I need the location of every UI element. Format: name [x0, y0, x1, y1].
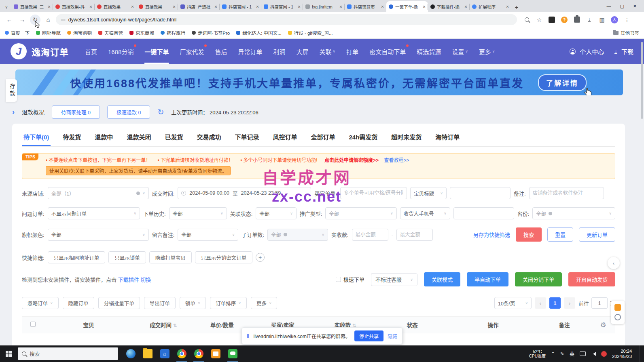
province-select[interactable]: 全部 ∨ [532, 207, 615, 219]
current-page-button[interactable]: 1 [549, 297, 561, 309]
address-bar[interactable]: ≡≡ dywebs.1tsoft.com/douyin-web/pages/tr… [56, 14, 517, 25]
column-settings-gear-icon[interactable]: ⚙ [600, 321, 606, 329]
promo-banner[interactable]: 快使用1688代发推单吧！支持手机大单量推单，专属私密价，无需解密平台面单直发 … [15, 69, 623, 95]
tab-close-icon[interactable]: × [131, 4, 134, 10]
export-orders-button[interactable]: 导出订单 [144, 297, 176, 309]
nav-item-print[interactable]: 打单 [346, 39, 358, 64]
new-tab-button[interactable]: + [511, 2, 522, 12]
widget-top-icon[interactable] [614, 304, 621, 311]
taskbar-app-chrome[interactable] [173, 345, 190, 362]
tampermonkey-extension-icon[interactable] [548, 16, 556, 24]
reload-button[interactable]: ↻ [30, 15, 40, 25]
tab-close-icon[interactable]: × [214, 4, 217, 10]
tab-close-icon[interactable]: × [423, 4, 426, 10]
show-desktop-button[interactable] [640, 345, 642, 362]
status-tab-risk-orders[interactable]: 风控订单 [273, 133, 297, 146]
tab-close-icon[interactable]: × [464, 4, 467, 10]
nav-item-selected-supply[interactable]: 精选货源 [417, 39, 441, 64]
quick-filter-hide-printed[interactable]: 隐藏打单宝贝 [149, 251, 192, 263]
semi-auto-order-button[interactable]: 半自动下单 [467, 272, 508, 286]
browser-tab[interactable]: fxg.jinritem × [303, 1, 345, 12]
bookmark-item[interactable]: 携程旅行 [161, 29, 185, 36]
column-deal-time[interactable]: 成交时间 ⇅ [133, 321, 194, 329]
taskbar-app-orange[interactable] [207, 345, 224, 362]
window-close-button[interactable]: ✕ [633, 4, 637, 9]
download-link[interactable]: ↓ 下载 [614, 39, 633, 64]
source-store-select[interactable]: 全部（1） ∨ [48, 187, 149, 199]
display-icon[interactable] [580, 351, 586, 356]
nav-item-one-click-order[interactable]: 一键下单 [144, 39, 169, 64]
page-size-select[interactable]: 10条/页∨ [494, 297, 532, 309]
bookmark-item[interactable]: 淘宝购物 [67, 29, 92, 36]
bookmark-item[interactable]: 天猫直营 [98, 29, 123, 36]
goto-page-input[interactable] [591, 297, 608, 309]
start-button[interactable] [0, 345, 18, 362]
next-page-button[interactable]: › [564, 297, 575, 309]
nav-item-cipher-auto-order[interactable]: 密文自动下单 [369, 39, 406, 64]
nav-item-profit[interactable]: 利润 [273, 39, 285, 64]
bookmark-item[interactable]: 京东商城 [129, 29, 154, 36]
quick-filter-locked-only[interactable]: 只显示锁单 [108, 251, 146, 263]
hide-share-bar-link[interactable]: 隐藏 [388, 333, 397, 339]
nav-item-abnormal-orders[interactable]: 异常订单 [238, 39, 262, 64]
tab-close-icon[interactable]: × [173, 4, 176, 10]
side-tag-deposit[interactable]: 存款 [6, 79, 17, 102]
status-tab-all-orders[interactable]: 全部订单 [311, 133, 335, 146]
browser-tab[interactable]: 下载插件-逸 × [428, 1, 470, 12]
relation-status-select[interactable]: 全部∨ [256, 207, 296, 219]
browser-tab[interactable]: 直播效果 × [136, 1, 178, 12]
enable-auto-ship-button[interactable]: 开启自动发货 [568, 272, 615, 286]
relation-mode-button[interactable]: 关联模式 [424, 272, 460, 286]
select-all-checkbox[interactable] [30, 322, 36, 327]
volume-icon[interactable] [591, 352, 596, 356]
update-orders-button[interactable]: 更新订单 [579, 227, 615, 242]
suborder-count-select[interactable]: 全部 ∨ [267, 229, 328, 241]
tab-close-icon[interactable]: × [89, 4, 92, 10]
browser-menu-button[interactable]: ⋮ [623, 16, 631, 24]
extensions-puzzle-icon[interactable] [573, 16, 581, 24]
apply-decrypt-quota-link[interactable]: 点击此处申请解密额度>> [324, 158, 379, 163]
quick-filter-same-address[interactable]: 只显示相同地址订单 [48, 251, 106, 263]
sort-icon[interactable]: ⇅ [173, 323, 177, 328]
status-tab-refund-closed[interactable]: 退款关闭 [127, 133, 151, 146]
receiver-phone-select[interactable]: 收货人手机号∨ [400, 207, 450, 219]
taskbar-app-green[interactable] [224, 345, 241, 362]
nav-item-aftersale[interactable]: 售后 [215, 39, 227, 64]
bookmark-item[interactable]: 走进阿-书签Pro [192, 29, 230, 36]
deal-time-range-picker[interactable]: 2024-05-09 00:00 至 2024-05-23 23:59 [178, 187, 311, 199]
help-extension-icon[interactable]: ? [560, 16, 568, 24]
status-tab-pending-order[interactable]: 待下单(0) [23, 133, 49, 146]
order-sort-button[interactable]: 订单排序∨ [210, 297, 247, 309]
download-plugin-link[interactable]: 下载插件 [118, 277, 139, 283]
lock-order-button[interactable]: 锁单∨ [180, 297, 206, 309]
taskbar-search-box[interactable]: 搜索 [18, 347, 118, 360]
cpu-temp-indicator[interactable]: 52°C CPU温度 [529, 349, 546, 358]
status-tab-overdue-unshipped[interactable]: 超时未发货 [391, 133, 422, 146]
message-remark-select[interactable]: 全部∨ [178, 229, 238, 241]
more-actions-button[interactable]: 更多∨ [251, 297, 278, 309]
bookmark-item[interactable]: 行设 - gif搜索_习... [288, 29, 333, 36]
close-fenxiao-order-button[interactable]: 关闭分销下单 [515, 272, 562, 286]
tab-close-icon[interactable]: × [298, 4, 301, 10]
search-button[interactable]: 搜索 [516, 227, 542, 242]
widget-service-icon[interactable] [614, 314, 621, 320]
browser-tab[interactable]: 扩展程序 × [470, 1, 511, 12]
hidden-icons-chevron[interactable]: ⌃ [551, 351, 555, 357]
window-minimize-button[interactable]: — [606, 4, 611, 9]
order-history-select[interactable]: 全部∨ [169, 207, 227, 219]
speed-order-checkbox[interactable]: 极速下单 [336, 276, 364, 283]
expand-chevron-icon[interactable]: › [12, 108, 15, 116]
zoom-icon[interactable] [523, 16, 531, 24]
browser-tab[interactable]: 抖店官网 - 1 × [261, 1, 303, 12]
ime-language-indicator[interactable]: 英 [570, 350, 574, 357]
browser-tab[interactable]: 抖店_严选批 × [178, 1, 220, 12]
browser-tab[interactable]: 直播效果_三 × [11, 1, 53, 12]
nav-item-1688-fenxiao[interactable]: 1688分销 [108, 39, 133, 64]
status-tab-24h-ship[interactable]: 24h需发货 [349, 133, 377, 146]
side-panel-icon[interactable]: ▥ [598, 16, 606, 24]
user-center-link[interactable]: 个人中心 [570, 39, 604, 64]
status-tab-trade-success[interactable]: 交易成功 [197, 133, 221, 146]
tab-search-chevron-icon[interactable]: ∨ [2, 2, 11, 12]
pen-icon[interactable]: ✎ [560, 351, 564, 357]
status-tab-taote-orders[interactable]: 淘特订单 [435, 133, 460, 146]
